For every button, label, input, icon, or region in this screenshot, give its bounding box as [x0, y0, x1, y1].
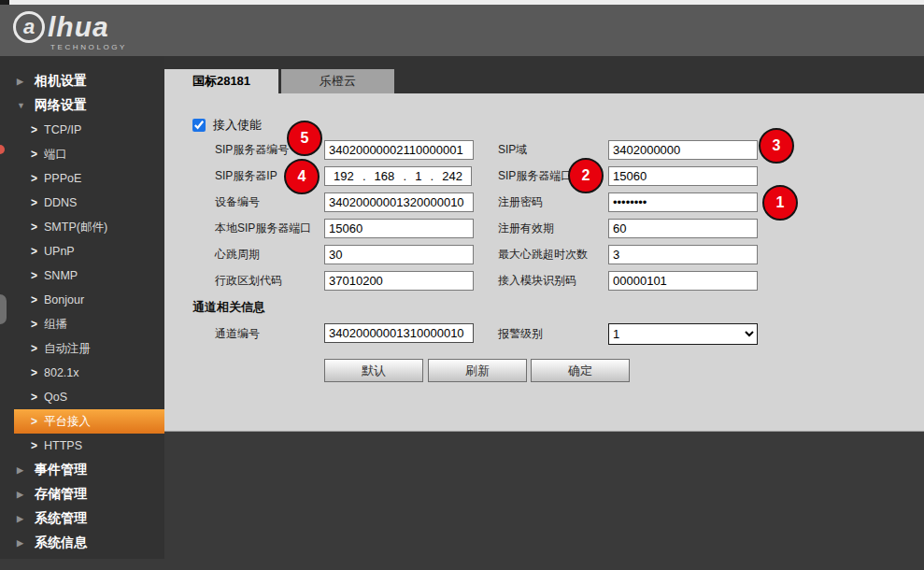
chevron-right-icon: > — [31, 172, 37, 185]
triangle-right-icon: ▶ — [17, 77, 27, 86]
ip-octet[interactable]: 192 — [334, 169, 354, 183]
alarm-level-select[interactable]: 1 — [608, 323, 758, 345]
field-input[interactable] — [608, 140, 758, 160]
sidebar-item-system-info[interactable]: ▶系统信息 — [0, 531, 164, 555]
field-label: 注册有效期 — [498, 219, 554, 238]
sidebar-item-label: 系统信息 — [35, 534, 87, 551]
dahua-logo: a lhua TECHNOLOGY — [13, 11, 127, 51]
sidebar-item-pppoe[interactable]: >PPPoE — [0, 166, 164, 191]
sidebar-item-system-management[interactable]: ▶系统管理 — [0, 506, 164, 531]
gb28181-settings-panel: 接入使能 SIP服务器编号SIP域SIP服务器IP192.168.1.242SI… — [164, 93, 924, 432]
edge-collapse-handle[interactable] — [0, 294, 7, 324]
sidebar-item-label: 系统管理 — [35, 510, 87, 527]
chevron-right-icon: > — [31, 221, 37, 234]
chevron-right-icon: > — [31, 318, 37, 331]
field-input[interactable] — [608, 219, 758, 238]
sidebar-item-label: Bonjour — [44, 293, 84, 306]
ip-dot-separator: . — [430, 169, 434, 183]
annotation-circle-5: 5 — [287, 121, 322, 156]
triangle-right-icon: ▶ — [17, 465, 27, 475]
refresh-button[interactable]: 刷新 — [428, 359, 527, 382]
field-label: 接入模块识别码 — [498, 271, 576, 291]
sidebar-item-label: TCP/IP — [44, 123, 81, 136]
sidebar-item-smtp[interactable]: >SMTP(邮件) — [0, 215, 164, 239]
chevron-right-icon: > — [31, 123, 37, 136]
sidebar-item-label: 平台接入 — [44, 414, 91, 430]
ip-octet[interactable]: 242 — [442, 169, 462, 183]
field-input[interactable] — [324, 140, 474, 160]
chevron-right-icon: > — [31, 439, 37, 452]
field-label: 行政区划代码 — [215, 271, 282, 291]
channel-id-input[interactable] — [324, 323, 474, 343]
sidebar-item-bonjour[interactable]: >Bonjour — [0, 288, 164, 312]
sidebar-item-label: 网络设置 — [35, 97, 87, 114]
sidebar: ▶相机设置▼网络设置>TCP/IP>端口>PPPoE>DDNS>SMTP(邮件)… — [0, 56, 164, 559]
chevron-right-icon: > — [31, 293, 37, 306]
channel-id-label: 通道编号 — [215, 324, 260, 344]
confirm-button[interactable]: 确定 — [531, 359, 630, 382]
triangle-down-icon: ▼ — [17, 101, 27, 110]
chevron-right-icon: > — [31, 366, 37, 379]
sidebar-item-label: SMTP(邮件) — [44, 220, 107, 235]
field-input[interactable] — [324, 192, 474, 212]
enable-checkbox[interactable] — [192, 119, 206, 132]
sidebar-item-port[interactable]: >端口 — [0, 142, 164, 166]
ip-octet[interactable]: 1 — [415, 169, 421, 183]
field-label: SIP服务器端口 — [498, 166, 572, 186]
sidebar-item-label: PPPoE — [44, 172, 81, 185]
annotation-circle-2: 2 — [568, 158, 604, 193]
sidebar-item-label: 802.1x — [44, 366, 79, 379]
field-label: SIP服务器IP — [215, 166, 277, 186]
sidebar-item-label: 自动注册 — [44, 341, 91, 357]
sidebar-item-ddns[interactable]: >DDNS — [0, 191, 164, 215]
field-input[interactable] — [608, 192, 758, 212]
sidebar-item-event-management[interactable]: ▶事件管理 — [0, 458, 164, 482]
field-input[interactable] — [608, 271, 758, 291]
ip-dot-separator: . — [362, 169, 366, 183]
field-input[interactable] — [324, 271, 474, 291]
sidebar-item-auto-register[interactable]: >自动注册 — [0, 336, 164, 361]
field-label: SIP服务器编号 — [215, 140, 289, 160]
sidebar-item-snmp[interactable]: >SNMP — [0, 264, 164, 288]
sidebar-item-label: SNMP — [44, 269, 78, 282]
triangle-right-icon: ▶ — [17, 514, 27, 523]
field-input[interactable] — [608, 245, 758, 264]
sidebar-item-qos[interactable]: >QoS — [0, 385, 164, 409]
default-button[interactable]: 默认 — [324, 359, 423, 382]
field-label: 注册密码 — [498, 192, 543, 212]
sidebar-item-8021x[interactable]: >802.1x — [0, 361, 164, 385]
chevron-right-icon: > — [31, 196, 37, 209]
chevron-right-icon: > — [31, 391, 37, 404]
field-input[interactable] — [608, 166, 758, 186]
field-label: 心跳周期 — [215, 245, 260, 264]
tab-lechange[interactable]: 乐橙云 — [281, 69, 394, 93]
sidebar-item-platform-access[interactable]: >平台接入 — [14, 409, 164, 434]
sidebar-item-storage-management[interactable]: ▶存储管理 — [0, 482, 164, 506]
logo-wordmark: lhua — [48, 11, 109, 43]
chevron-right-icon: > — [31, 415, 37, 428]
sidebar-item-label: 端口 — [44, 147, 67, 163]
sidebar-item-https[interactable]: >HTTPS — [0, 434, 164, 458]
triangle-right-icon: ▶ — [17, 490, 27, 499]
ip-octet[interactable]: 168 — [375, 169, 395, 183]
sidebar-item-network-settings[interactable]: ▼网络设置 — [0, 93, 164, 118]
sip-server-ip-input[interactable]: 192.168.1.242 — [324, 166, 472, 186]
sidebar-item-upnp[interactable]: >UPnP — [0, 239, 164, 264]
tab-gb28181[interactable]: 国标28181 — [164, 69, 278, 93]
sidebar-item-tcpip[interactable]: >TCP/IP — [0, 118, 164, 142]
logo-subtitle: TECHNOLOGY — [50, 43, 127, 51]
field-label: SIP域 — [498, 140, 527, 160]
field-label: 设备编号 — [215, 192, 260, 212]
logo-a-icon: a — [13, 11, 45, 43]
sidebar-item-label: 事件管理 — [35, 462, 87, 478]
alarm-level-label: 报警级别 — [498, 324, 543, 344]
sidebar-item-camera-settings[interactable]: ▶相机设置 — [0, 69, 164, 93]
field-input[interactable] — [324, 245, 474, 264]
dahua-camera-web-ui: a lhua TECHNOLOGY ▶相机设置▼网络设置>TCP/IP>端口>P… — [0, 0, 924, 570]
sidebar-item-multicast[interactable]: >组播 — [0, 312, 164, 336]
annotation-circle-3: 3 — [759, 128, 794, 164]
sidebar-item-label: DDNS — [44, 196, 77, 209]
field-input[interactable] — [324, 219, 474, 238]
sidebar-item-label: QoS — [44, 391, 67, 404]
tab-bar: 国标28181 乐橙云 — [164, 56, 924, 93]
